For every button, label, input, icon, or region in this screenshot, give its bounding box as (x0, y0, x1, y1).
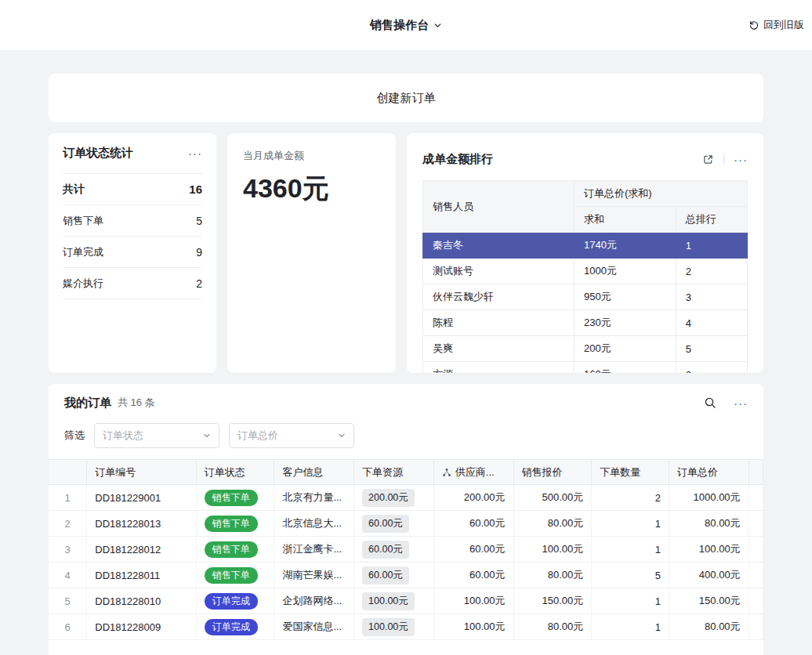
ranking-card: 成单金额排行 ··· 销售人员 订单总价(求和) (407, 133, 763, 373)
resource-pill: 100.00元 (362, 618, 415, 636)
ranking-row[interactable]: 吴爽 200元 5 (423, 336, 748, 362)
spacer-cell (749, 537, 763, 563)
row-index: 6 (49, 614, 87, 640)
search-icon[interactable] (704, 396, 716, 409)
column-header-supplier: 供应商... (433, 460, 513, 485)
stat-row-total[interactable]: 共计 16 (63, 174, 202, 205)
spacer-cell (749, 511, 763, 537)
open-in-new-icon[interactable] (702, 154, 714, 165)
stat-label: 共计 (63, 183, 85, 197)
salesperson-name: 方源 (423, 362, 575, 374)
create-order-button[interactable]: 创建新订单 (49, 74, 763, 122)
column-header-resource: 下单资源 (354, 460, 434, 485)
ranking-row[interactable]: 测试账号 1000元 2 (423, 259, 748, 284)
order-row[interactable]: 6 DD181228009 订单完成 爱国家信息... 100.00元 100.… (49, 614, 763, 640)
salesperson-name: 陈程 (423, 310, 575, 336)
rank-value: 4 (676, 310, 747, 336)
quantity-cell: 1 (592, 588, 669, 614)
amount-label: 当月成单金额 (243, 149, 380, 163)
sum-value: 1740元 (574, 233, 676, 259)
order-status-stats-card: 订单状态统计 ··· 共计 16 销售下单 5 订单完成 9 媒介执行 2 (49, 133, 216, 373)
order-id: DD181228010 (87, 588, 196, 614)
rank-value: 3 (676, 284, 747, 310)
select-placeholder: 订单状态 (103, 429, 143, 443)
order-total-filter-select[interactable]: 订单总价 (229, 423, 354, 448)
ranking-card-title: 成单金额排行 (422, 152, 493, 167)
order-row[interactable]: 1 DD181229001 销售下单 北京有力量... 200.00元 200.… (49, 485, 763, 511)
column-header-quote: 销售报价 (513, 460, 592, 485)
sum-value: 950元 (574, 284, 676, 310)
rank-value: 5 (676, 336, 747, 362)
rank-value: 6 (676, 362, 747, 374)
quote-cell: 500.00元 (513, 485, 592, 511)
salesperson-name: 吴爽 (423, 336, 575, 362)
column-header-order-status: 订单状态 (196, 460, 274, 485)
spacer-cell (749, 588, 763, 614)
top-bar: 销售操作台 回到旧版 (0, 0, 812, 50)
order-row[interactable]: 3 DD181228012 销售下单 浙江金鹰卡... 60.00元 60.00… (49, 537, 763, 563)
sum-value: 1000元 (574, 259, 676, 284)
dashboard-content: 创建新订单 订单状态统计 ··· 共计 16 销售下单 5 订单完成 9 媒介执… (0, 50, 812, 655)
app-title-dropdown[interactable]: 销售操作台 (370, 18, 442, 33)
supplier-cell: 60.00元 (433, 563, 513, 588)
column-header-quantity: 下单数量 (592, 460, 669, 485)
customer-cell: 浙江金鹰卡... (274, 537, 354, 563)
salesperson-name: 秦吉冬 (423, 233, 575, 259)
order-status-filter-select[interactable]: 订单状态 (94, 423, 219, 448)
ranking-row[interactable]: 陈程 230元 4 (423, 310, 748, 336)
resource-pill: 60.00元 (362, 541, 409, 559)
salesperson-name: 测试账号 (423, 259, 575, 284)
customer-cell: 北京信息大... (274, 511, 354, 537)
ranking-row[interactable]: 秦吉冬 1740元 1 (423, 233, 748, 259)
ranking-row[interactable]: 方源 160元 6 (423, 362, 748, 374)
filter-label: 筛选 (64, 429, 85, 443)
total-cell: 80.00元 (669, 614, 749, 640)
total-cell: 1000.00元 (669, 485, 749, 511)
more-icon[interactable]: ··· (734, 397, 748, 409)
resource-pill: 60.00元 (362, 515, 409, 533)
order-id: DD181228012 (87, 537, 196, 563)
customer-cell: 湖南芒果娱... (274, 563, 354, 588)
status-badge: 销售下单 (205, 516, 258, 532)
quantity-cell: 2 (592, 485, 669, 511)
back-link-label: 回到旧版 (763, 18, 804, 32)
more-icon[interactable]: ··· (188, 147, 202, 159)
order-row[interactable]: 4 DD181228011 销售下单 湖南芒果娱... 60.00元 60.00… (49, 563, 763, 588)
customer-cell: 企划路网络... (274, 588, 354, 614)
more-icon[interactable]: ··· (734, 154, 748, 165)
status-badge: 销售下单 (205, 541, 258, 558)
column-header-order-total: 订单总价(求和) (574, 181, 747, 207)
chevron-down-icon (203, 432, 211, 440)
stat-row[interactable]: 销售下单 5 (63, 205, 202, 237)
order-row[interactable]: 2 DD181228013 销售下单 北京信息大... 60.00元 60.00… (49, 511, 763, 537)
widgets-row: 订单状态统计 ··· 共计 16 销售下单 5 订单完成 9 媒介执行 2 当月… (49, 133, 763, 373)
order-id: DD181229001 (87, 485, 196, 511)
select-placeholder: 订单总价 (237, 429, 278, 443)
quote-cell: 80.00元 (513, 563, 592, 588)
stat-row[interactable]: 媒介执行 2 (63, 268, 202, 299)
row-index: 1 (49, 485, 87, 511)
resource-pill: 200.00元 (362, 489, 415, 507)
order-row[interactable]: 5 DD181228010 订单完成 企划路网络... 100.00元 100.… (49, 588, 763, 614)
salesperson-name: 伙伴云魏少轩 (423, 284, 575, 310)
supplier-cell: 100.00元 (433, 588, 513, 614)
row-index: 4 (49, 563, 87, 588)
column-header-rank: 总排行 (676, 207, 747, 233)
ranking-row[interactable]: 伙伴云魏少轩 950元 3 (423, 284, 748, 310)
rank-value: 2 (676, 259, 747, 284)
stat-label: 销售下单 (63, 214, 103, 228)
filter-bar: 筛选 订单状态 订单总价 (49, 422, 763, 459)
order-id: DD181228013 (87, 511, 196, 537)
my-orders-card: 我的订单 共 16 条 ··· 筛选 订单状态 订单总价 (49, 384, 763, 655)
supplier-cell: 100.00元 (433, 614, 513, 640)
total-cell: 100.00元 (669, 537, 749, 563)
status-badge: 销售下单 (205, 490, 258, 506)
back-to-old-version-link[interactable]: 回到旧版 (749, 0, 804, 50)
spacer-cell (749, 614, 763, 640)
stat-row[interactable]: 订单完成 9 (63, 237, 202, 268)
stat-value: 2 (196, 277, 202, 290)
column-header-order-id: 订单编号 (87, 460, 196, 485)
total-cell: 80.00元 (669, 511, 749, 537)
orders-table: 订单编号 订单状态 客户信息 下单资源 供应商... 销售报价 下单数量 (49, 459, 763, 640)
sum-value: 160元 (574, 362, 676, 374)
